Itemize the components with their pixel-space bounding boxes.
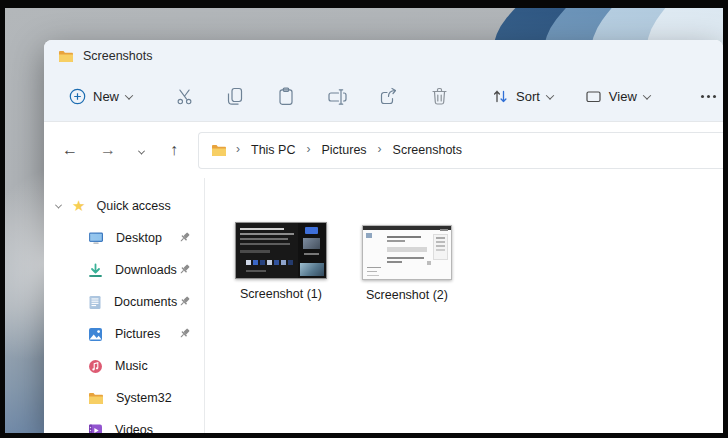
window-title: Screenshots [83, 49, 152, 63]
star-icon: ★ [72, 197, 85, 215]
file-item-screenshot-1[interactable]: Screenshot (1) [225, 222, 337, 301]
see-more-button[interactable] [693, 89, 723, 104]
chevron-down-icon [55, 201, 62, 208]
breadcrumb-screenshots[interactable]: Screenshots [391, 141, 464, 159]
view-icon [585, 89, 602, 104]
sidebar-item-system32[interactable]: System32 [44, 382, 204, 414]
files-view: Screenshot (1) [205, 178, 723, 433]
chevron-down-icon [546, 91, 554, 99]
sort-icon [491, 88, 509, 105]
share-button[interactable] [377, 86, 399, 108]
sidebar-item-label: Documents [114, 295, 177, 309]
music-icon [88, 359, 103, 374]
breadcrumb-separator: › [306, 142, 310, 156]
sidebar-item-videos[interactable]: Videos [44, 414, 204, 433]
title-bar: Screenshots [44, 40, 723, 72]
sidebar-item-label: Desktop [116, 231, 162, 245]
desktop-wallpaper: Screenshots New [5, 8, 723, 433]
desktop-icon [88, 231, 104, 245]
pictures-icon [88, 327, 103, 342]
sort-button[interactable]: Sort [482, 82, 562, 111]
up-button[interactable]: ↑ [162, 141, 186, 159]
breadcrumb-pictures[interactable]: Pictures [319, 141, 368, 159]
new-button-label: New [93, 89, 119, 104]
folder-icon [58, 50, 74, 63]
address-row: ← → ↑ › This PC › Pictures › Screenshots [44, 122, 723, 178]
sidebar-item-desktop[interactable]: Desktop [44, 222, 204, 254]
videos-icon [88, 423, 103, 434]
file-name: Screenshot (2) [366, 288, 448, 302]
sidebar-item-quick-access[interactable]: ★ Quick access [44, 190, 204, 222]
view-button[interactable]: View [576, 83, 659, 110]
pin-icon [178, 327, 191, 343]
chevron-down-icon [125, 91, 133, 99]
folder-icon [211, 144, 227, 157]
screen: Screenshots New [0, 0, 728, 438]
file-explorer-window: Screenshots New [44, 40, 723, 433]
file-thumbnail [362, 225, 452, 280]
sidebar-item-label: System32 [116, 391, 172, 405]
ellipsis-icon [701, 95, 704, 98]
command-bar: New [44, 72, 723, 122]
rename-button[interactable] [326, 86, 348, 108]
sidebar-item-label: Music [115, 359, 148, 373]
breadcrumb-separator: › [236, 142, 240, 156]
navigation-pane: ★ Quick access Desktop [44, 178, 204, 433]
ellipsis-icon [707, 95, 710, 98]
sidebar-item-label: Downloads [115, 263, 177, 277]
delete-button[interactable] [428, 86, 450, 108]
view-button-label: View [609, 89, 637, 104]
pin-icon [178, 263, 191, 279]
cut-button[interactable] [173, 86, 195, 108]
sidebar-item-label: Videos [115, 423, 153, 433]
documents-icon [88, 295, 102, 310]
recent-locations-button[interactable] [134, 141, 148, 159]
address-bar[interactable]: › This PC › Pictures › Screenshots [198, 132, 723, 169]
ellipsis-icon [713, 95, 716, 98]
forward-button[interactable]: → [96, 141, 120, 159]
pin-icon [178, 295, 191, 311]
chevron-down-icon [643, 91, 651, 99]
sidebar-item-documents[interactable]: Documents [44, 286, 204, 318]
sidebar-item-downloads[interactable]: Downloads [44, 254, 204, 286]
sidebar-item-label: Quick access [96, 199, 170, 213]
pin-icon [178, 231, 191, 247]
breadcrumb-this-pc[interactable]: This PC [249, 141, 297, 159]
back-button[interactable]: ← [58, 141, 82, 159]
downloads-icon [88, 263, 103, 278]
folder-icon [88, 392, 104, 405]
plus-circle-icon [69, 88, 86, 105]
breadcrumb-separator: › [378, 142, 382, 156]
file-name: Screenshot (1) [240, 287, 322, 301]
sort-button-label: Sort [516, 89, 540, 104]
new-button[interactable]: New [60, 82, 141, 111]
sidebar-item-pictures[interactable]: Pictures [44, 318, 204, 350]
file-item-screenshot-2[interactable]: Screenshot (2) [351, 222, 463, 302]
file-thumbnail [235, 222, 327, 279]
copy-button[interactable] [224, 86, 246, 108]
sidebar-item-music[interactable]: Music [44, 350, 204, 382]
paste-button[interactable] [275, 86, 297, 108]
sidebar-item-label: Pictures [115, 327, 160, 341]
